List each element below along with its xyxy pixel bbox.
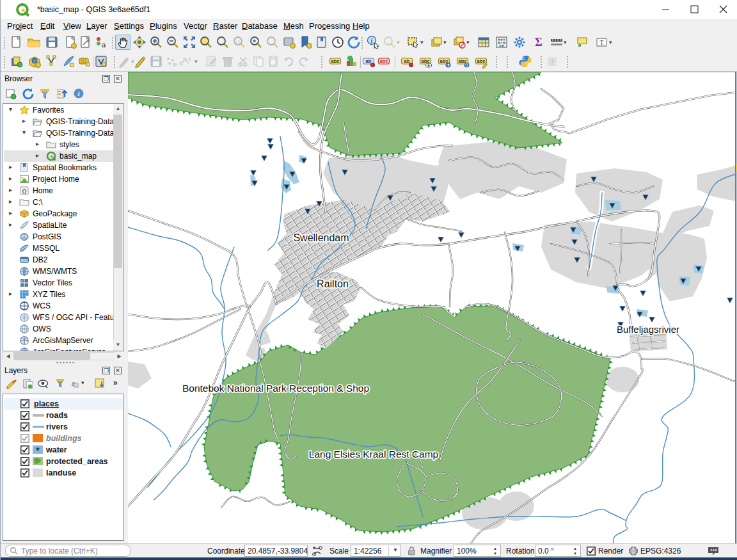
svg-text:i: i — [371, 37, 373, 44]
svg-text:ab: ab — [404, 58, 410, 64]
svg-text:abc: abc — [477, 58, 486, 64]
svg-text:.: . — [56, 56, 58, 61]
svg-text:Swellendam: Swellendam — [293, 232, 349, 243]
svg-text:abc: abc — [331, 58, 340, 64]
svg-text:?: ? — [550, 58, 555, 66]
svg-text:Bontebok National Park Recepti: Bontebok National Park Reception & Shop — [182, 383, 369, 394]
svg-text:Railton: Railton — [317, 278, 349, 289]
svg-text:1:1: 1:1 — [235, 40, 241, 44]
svg-text:a: a — [102, 41, 106, 49]
svg-text:Σ: Σ — [535, 36, 543, 49]
svg-text:DB2: DB2 — [20, 259, 29, 262]
svg-text:T: T — [599, 39, 603, 46]
svg-text:x: x — [188, 56, 191, 62]
svg-text:ab: ab — [366, 58, 372, 64]
svg-text:abc: abc — [380, 58, 388, 64]
svg-text:Lang Elsies Kraal Rest Camp: Lang Elsies Kraal Rest Camp — [309, 449, 438, 460]
svg-text:Buffeljagsrivier: Buffeljagsrivier — [617, 324, 679, 335]
